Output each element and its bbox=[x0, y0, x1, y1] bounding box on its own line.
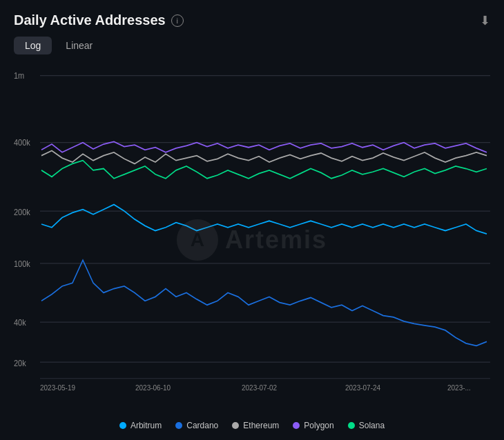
legend-dot-solana bbox=[348, 422, 355, 429]
legend-polygon: Polygon bbox=[293, 421, 333, 430]
legend-dot-cardano bbox=[175, 422, 182, 429]
ethereum-line bbox=[41, 150, 487, 163]
legend-label-arbitrum: Arbitrum bbox=[130, 421, 162, 430]
legend: Arbitrum Cardano Ethereum Polygon Solana bbox=[14, 421, 490, 430]
chart-area: A Artemis 1m 400k 200k 100k 40k 20k 2023… bbox=[14, 64, 490, 415]
page-title: Daily Active Addresses bbox=[14, 12, 166, 28]
legend-dot-arbitrum bbox=[119, 422, 126, 429]
legend-label-cardano: Cardano bbox=[186, 421, 218, 430]
legend-dot-ethereum bbox=[232, 422, 239, 429]
y-label-400k: 400k bbox=[14, 137, 31, 148]
solana-line bbox=[41, 161, 487, 179]
y-label-40k: 40k bbox=[14, 317, 27, 328]
legend-cardano: Cardano bbox=[175, 421, 218, 430]
y-label-100k: 100k bbox=[14, 259, 31, 269]
x-label-1: 2023-06-10 bbox=[135, 383, 171, 392]
title-area: Daily Active Addresses i bbox=[14, 12, 184, 28]
info-icon[interactable]: i bbox=[171, 14, 184, 27]
legend-label-ethereum: Ethereum bbox=[243, 421, 279, 430]
tab-group: Log Linear bbox=[14, 37, 490, 54]
cardano-line bbox=[41, 260, 487, 346]
chart-svg: 1m 400k 200k 100k 40k 20k 2023-05-19 202… bbox=[14, 64, 490, 415]
tab-log[interactable]: Log bbox=[14, 37, 52, 54]
card: Daily Active Addresses i ⬇ Log Linear A … bbox=[0, 0, 504, 440]
y-label-1m: 1m bbox=[14, 70, 24, 81]
download-icon[interactable]: ⬇ bbox=[480, 13, 490, 28]
legend-ethereum: Ethereum bbox=[232, 421, 279, 430]
legend-dot-polygon bbox=[293, 422, 300, 429]
x-label-2: 2023-07-02 bbox=[242, 383, 277, 392]
legend-label-polygon: Polygon bbox=[304, 421, 333, 430]
x-label-0: 2023-05-19 bbox=[40, 383, 75, 392]
legend-label-solana: Solana bbox=[359, 421, 385, 430]
x-label-4: 2023-... bbox=[447, 383, 471, 392]
tab-linear[interactable]: Linear bbox=[55, 37, 104, 54]
header: Daily Active Addresses i ⬇ bbox=[14, 12, 490, 28]
legend-arbitrum: Arbitrum bbox=[119, 421, 162, 430]
arbitrum-line bbox=[41, 205, 487, 234]
x-label-3: 2023-07-24 bbox=[345, 383, 380, 392]
y-label-20k: 20k bbox=[14, 358, 27, 368]
legend-solana: Solana bbox=[348, 421, 385, 430]
polygon-line bbox=[41, 141, 487, 152]
y-label-200k: 200k bbox=[14, 207, 31, 217]
